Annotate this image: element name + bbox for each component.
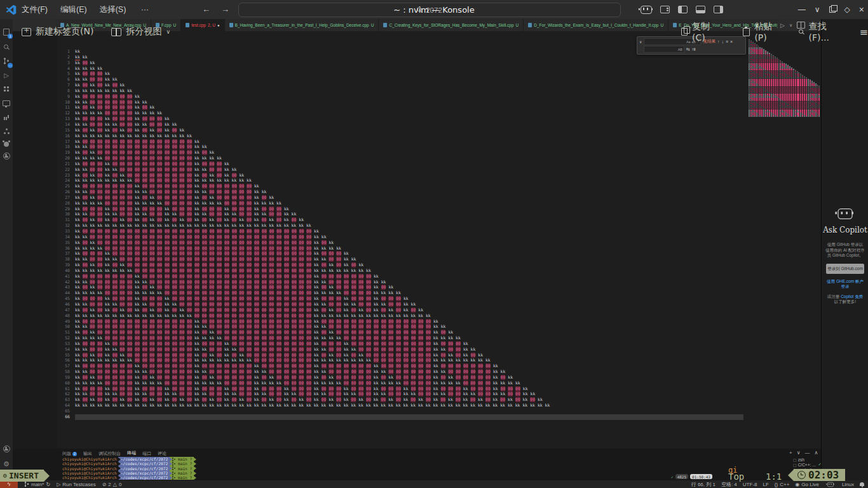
- whole-word-icon[interactable]: ab: [692, 40, 696, 44]
- replace-all-icon[interactable]: ⇉: [692, 47, 696, 52]
- encoding-status[interactable]: UTF-8: [743, 482, 757, 487]
- run-testcases-button[interactable]: ▷Run Testcases: [57, 482, 95, 487]
- run-dropdown-icon[interactable]: ∨: [789, 23, 792, 28]
- editor-pane[interactable]: 1kk2kk kk3kk 00 kk4kk kk kk kk5kk 00 00 …: [57, 31, 821, 449]
- match-case-icon[interactable]: Aa: [686, 40, 691, 44]
- konsole-chevron-icon[interactable]: ∨: [815, 5, 820, 14]
- editor-tab[interactable]: D_For_Wizards_the_Exam_Is_Easy_but_I_Cou…: [524, 19, 668, 31]
- code-line[interactable]: 25kk 00 00 00 00 00 00 00 kk 00 00 00 00…: [57, 184, 743, 189]
- copilot-status-icon[interactable]: [827, 482, 834, 486]
- code-line[interactable]: 43kk 00 kk 00 00 00 00 00 kk 00 kk 00 00…: [57, 285, 743, 290]
- menu-selection[interactable]: 选择(S): [100, 4, 126, 15]
- go-live-button[interactable]: ◉Go Live: [795, 482, 819, 487]
- ghe-signin-link[interactable]: 使用 GHE.com 帐户登录: [822, 279, 868, 290]
- code-line[interactable]: 64kk kk kk kk kk kk kk kk kk kk kk kk kk…: [57, 403, 743, 409]
- search-icon[interactable]: [0, 42, 13, 52]
- code-line[interactable]: 37kk 00 00 00 kk 00 00 00 00 00 00 00 00…: [57, 251, 743, 257]
- code-line[interactable]: 30kk kk 00 00 kk kk 00 00 kk kk 00 00 kk…: [57, 212, 743, 217]
- editor-tab[interactable]: A_New_World_New_Me_New_Array.cppU: [56, 19, 151, 31]
- menu-file[interactable]: 文件(F): [22, 4, 48, 15]
- code-line[interactable]: 5kk 00 00 00 kk: [57, 71, 743, 77]
- replace-one-icon[interactable]: ⇆: [686, 47, 690, 52]
- terminal-dropdown-icon[interactable]: ∨: [797, 450, 801, 456]
- editor-tab[interactable]: C_Creating_Keys_for_StORages_Has_Become_…: [379, 19, 524, 31]
- code-line[interactable]: 4kk kk kk kk: [57, 66, 743, 72]
- code-line[interactable]: 23kk 00 kk 00 kk 00 kk 00 00 00 00 00 00…: [57, 173, 743, 179]
- code-line[interactable]: 17kk 00 00 00 00 00 00 00 00 00 00 00 00…: [57, 139, 743, 145]
- code-line[interactable]: 46kk kk 00 00 kk kk 00 00 kk kk 00 00 kk…: [57, 302, 743, 308]
- restore-icon[interactable]: [829, 6, 836, 13]
- terminal-list-item[interactable]: ▢zsh: [793, 457, 821, 462]
- split-terminal-icon[interactable]: —: [805, 450, 810, 456]
- code-line[interactable]: 52kk kk kk kk 00 00 00 00 00 00 00 00 00…: [57, 336, 743, 341]
- extensions-icon[interactable]: [0, 84, 13, 94]
- code-line[interactable]: 45kk 00 00 00 kk 00 00 00 kk 00 00 00 kk…: [57, 296, 743, 302]
- code-line[interactable]: 47kk 00 kk 00 kk 00 kk 00 kk 00 kk 00 kk…: [57, 308, 743, 313]
- code-line[interactable]: 38kk kk 00 00 kk kk 00 00 00 00 00 00 00…: [57, 257, 743, 262]
- panel-tab[interactable]: 评论: [158, 451, 166, 457]
- panel-tab[interactable]: 终端: [127, 450, 136, 458]
- notifications-bell-icon[interactable]: [860, 482, 864, 486]
- code-line[interactable]: 28kk kk kk kk 00 00 00 00 kk kk kk kk 00…: [57, 201, 743, 207]
- code-line[interactable]: 14kk kk 00 00 kk kk 00 00 kk kk 00 00 kk…: [57, 122, 743, 128]
- panel-tab[interactable]: 调试控制台: [98, 451, 121, 457]
- nav-back-icon[interactable]: ←: [202, 0, 210, 19]
- code-line[interactable]: 60kk kk kk kk 00 00 00 00 kk kk kk kk 00…: [57, 381, 743, 386]
- split-editor-icon[interactable]: [797, 22, 805, 29]
- code-line[interactable]: 54kk kk 00 00 kk kk 00 00 00 00 00 00 00…: [57, 347, 743, 353]
- code-line[interactable]: 24kk kk kk kk kk kk kk kk 00 00 00 00 00…: [57, 178, 743, 184]
- code-line[interactable]: 32kk kk kk kk kk kk kk kk kk kk kk kk kk…: [57, 223, 743, 229]
- panel-tab[interactable]: 输出: [83, 451, 92, 457]
- editor-tab[interactable]: F.cppU: [151, 19, 181, 31]
- remote-explorer-icon[interactable]: [0, 98, 13, 108]
- more-actions-icon[interactable]: ⋯: [810, 22, 815, 29]
- code-line[interactable]: 40kk kk kk kk kk kk kk kk 00 00 00 00 00…: [57, 268, 743, 274]
- code-line[interactable]: 16kk kk kk kk kk kk kk kk kk kk kk kk kk…: [57, 133, 743, 139]
- code-line[interactable]: 65: [57, 409, 743, 414]
- code-line[interactable]: 22kk kk 00 00 kk kk 00 00 00 00 00 00 00…: [57, 167, 743, 173]
- code-line[interactable]: 19kk 00 kk 00 00 00 00 00 00 00 00 00 00…: [57, 150, 743, 156]
- nav-forward-icon[interactable]: →: [221, 0, 229, 19]
- panel-tab[interactable]: 问题 2: [62, 451, 77, 457]
- toggle-panel-icon[interactable]: [696, 6, 705, 13]
- code-line[interactable]: 11kk 00 kk 00 00 00 00 00 kk 00 kk: [57, 105, 743, 111]
- paw-extension-icon[interactable]: [0, 139, 13, 149]
- code-line[interactable]: 61kk 00 00 00 kk 00 00 00 kk 00 00 00 kk…: [57, 386, 743, 392]
- toggle-primary-sidebar-icon[interactable]: [678, 6, 688, 13]
- run-debug-icon[interactable]: ▷: [0, 70, 13, 80]
- code-line[interactable]: 20kk kk kk kk 00 00 00 00 00 00 00 00 00…: [57, 156, 743, 161]
- code-line[interactable]: 9kk 00 00 00 00 00 00 00 kk: [57, 94, 743, 100]
- code-line[interactable]: 50kk kk 00 00 00 00 00 00 00 00 00 00 00…: [57, 324, 743, 330]
- cursor-position-status[interactable]: 行 66, 列 1: [691, 481, 715, 488]
- github-signin-button[interactable]: 登录到 GitHub.com: [826, 264, 864, 274]
- code-line[interactable]: 56kk kk kk kk kk kk kk kk 00 00 00 00 00…: [57, 358, 743, 363]
- language-mode-status[interactable]: {}C++: [775, 482, 789, 487]
- toggle-secondary-sidebar-icon[interactable]: [714, 6, 723, 13]
- code-line[interactable]: 48kk kk kk kk kk kk kk kk kk kk kk kk kk…: [57, 313, 743, 319]
- find-close-icon[interactable]: ×: [730, 39, 733, 44]
- new-terminal-icon[interactable]: +: [789, 450, 792, 456]
- terminal-list-item[interactable]: ▢C/C++: ...✓: [793, 462, 821, 467]
- regex-icon[interactable]: .*: [697, 40, 700, 44]
- copilot-icon[interactable]: [641, 6, 652, 14]
- editor-tab[interactable]: B_Having_Been_a_Treasurer_in_the_Past_I_…: [225, 19, 379, 31]
- minimize-icon[interactable]: —: [798, 5, 806, 14]
- code-line[interactable]: 2kk kk: [57, 55, 743, 60]
- code-line[interactable]: 42kk kk 00 00 00 00 00 00 kk kk 00 00 00…: [57, 280, 743, 285]
- panel-tab[interactable]: 端口: [142, 451, 151, 457]
- copilot-free-link[interactable]: Copilot 免费: [841, 294, 863, 299]
- keep-above-icon[interactable]: ◇: [844, 5, 850, 14]
- code-line[interactable]: 10kk kk 00 00 00 00 00 00 kk kk: [57, 100, 743, 105]
- connections-extension-icon[interactable]: [0, 126, 13, 136]
- code-line[interactable]: 18kk kk 00 00 00 00 00 00 00 00 00 00 00…: [57, 144, 743, 150]
- menu-edit[interactable]: 编辑(E): [60, 4, 87, 15]
- command-center-search[interactable]: 2072: [238, 3, 621, 17]
- code-line[interactable]: 44kk kk kk kk 00 00 00 00 kk kk kk kk 00…: [57, 290, 743, 296]
- code-line[interactable]: 36kk kk kk kk 00 00 00 00 00 00 00 00 00…: [57, 246, 743, 252]
- run-file-icon[interactable]: ▷: [780, 22, 785, 29]
- replace-input[interactable]: AB: [644, 46, 684, 53]
- code-line[interactable]: 6kk kk 00 00 kk kk: [57, 77, 743, 83]
- explorer-icon[interactable]: 1: [0, 27, 13, 37]
- code-line[interactable]: 35kk 00 kk 00 00 00 00 00 00 00 00 00 00…: [57, 240, 743, 246]
- find-in-selection-icon[interactable]: ≡: [726, 39, 728, 44]
